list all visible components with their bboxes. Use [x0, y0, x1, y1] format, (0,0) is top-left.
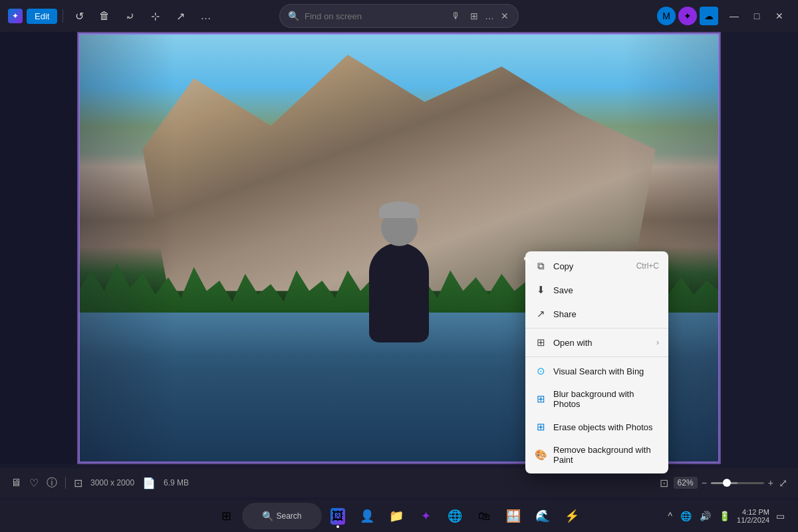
more-button[interactable]: …	[195, 5, 216, 27]
clock-date: 11/2/2024	[737, 516, 769, 524]
paint-icon: 🎨	[535, 449, 547, 461]
open-with-label: Open with	[553, 338, 650, 348]
edit-button[interactable]: Edit	[27, 9, 57, 24]
zoom-in-icon[interactable]: +	[768, 477, 773, 488]
copilot-title-icon[interactable]: ✦	[678, 7, 697, 25]
main-area: ↖ ⧉ Copy Ctrl+C ⬇ Save ↗ Share ⊞ Open wi…	[0, 32, 798, 503]
window-controls: — □ ✕	[724, 5, 790, 27]
delete-button[interactable]: 🗑	[94, 5, 115, 27]
edge-taskbar-button[interactable]: 🌊	[529, 503, 556, 529]
dev-taskbar-button[interactable]: ⚡	[559, 503, 585, 529]
toolbar-separator	[63, 9, 63, 23]
search-icon: 🔍	[288, 11, 299, 21]
copilot-taskbar-button[interactable]: ✦	[412, 503, 439, 529]
screen-icon[interactable]: ⊡	[660, 477, 668, 489]
status-separator-1	[65, 477, 66, 489]
status-bar-right: ⊡ 62% − + ⤢	[660, 477, 787, 489]
zoom-control: 62% − +	[674, 477, 773, 489]
save-label: Save	[553, 285, 659, 295]
context-menu-remove-bg[interactable]: 🎨 Remove background with Paint	[525, 439, 668, 471]
search-bar-container: 🔍 🎙 ⊞ … ✕	[279, 4, 519, 28]
mic-icon[interactable]: 🎙	[452, 11, 461, 21]
zoom-out-icon[interactable]: −	[702, 477, 707, 488]
system-clock[interactable]: 4:12 PM 11/2/2024	[737, 508, 769, 524]
search-input[interactable]	[305, 11, 446, 21]
files-taskbar-button[interactable]: 📁	[383, 503, 410, 529]
onedrive-icon[interactable]: ☁	[700, 7, 718, 25]
crop-button[interactable]: ⊹	[144, 5, 166, 27]
network-icon[interactable]: 🌐	[678, 508, 694, 524]
context-menu-save[interactable]: ⬇ Save	[525, 278, 668, 302]
user-taskbar-button[interactable]: 👤	[354, 503, 380, 529]
share-label: Share	[553, 309, 659, 319]
open-with-icon: ⊞	[535, 336, 547, 348]
dots-icon[interactable]: …	[483, 9, 495, 23]
photos-blur-icon: ⊞	[535, 393, 547, 405]
context-menu-separator-1	[525, 328, 668, 329]
photos-erase-icon: ⊞	[535, 421, 547, 433]
context-menu-separator-2	[525, 356, 668, 357]
share-button-toolbar[interactable]: ↗	[170, 5, 191, 27]
context-menu-copy[interactable]: ⧉ Copy Ctrl+C	[525, 254, 668, 278]
photos-taskbar-button[interactable]: 🖼	[325, 503, 351, 529]
context-menu-visual-search[interactable]: ⊙ Visual Search with Bing	[525, 359, 668, 383]
microsoft-icon[interactable]: M	[657, 7, 676, 25]
title-bar: ✦ Edit ↺ 🗑 ⤾ ⊹ ↗ … 🔍 🎙 ⊞ … ✕ M ✦ ☁ — □ ✕	[0, 0, 798, 32]
show-desktop-icon[interactable]: ▭	[773, 508, 787, 524]
taskbar-center: ⊞ 🔍 Search 🖼 👤 📁 ✦ 🌐 🛍	[213, 503, 585, 529]
chevron-up-icon[interactable]: ^	[665, 508, 675, 524]
open-with-arrow: ›	[656, 338, 659, 347]
bing-icon: ⊙	[535, 365, 547, 377]
sys-tray-icons: ^ 🌐 🔊 🔋	[665, 508, 733, 524]
context-menu: ⧉ Copy Ctrl+C ⬇ Save ↗ Share ⊞ Open with…	[525, 251, 668, 473]
start-button[interactable]: ⊞	[213, 503, 239, 529]
fit-icon[interactable]: ⤢	[779, 477, 787, 489]
image-dimensions: 3000 x 2000	[90, 478, 134, 487]
sidebar-panel	[0, 32, 77, 464]
windows-taskbar-button[interactable]: 🪟	[500, 503, 527, 529]
visual-search-label: Visual Search with Bing	[553, 366, 659, 376]
maximize-button[interactable]: □	[746, 5, 767, 27]
context-menu-erase-objects[interactable]: ⊞ Erase objects with Photos	[525, 415, 668, 439]
search-bar-right: ⊞ … ✕	[469, 9, 510, 23]
title-bar-right-icons: M ✦ ☁	[657, 7, 718, 25]
image-size-icon: ⊡	[74, 477, 82, 489]
taskbar: ⊞ 🔍 Search 🖼 👤 📁 ✦ 🌐 🛍	[0, 500, 798, 532]
grid-icon[interactable]: ⊞	[469, 9, 479, 23]
browser-taskbar-button[interactable]: 🌐	[442, 503, 468, 529]
heart-icon[interactable]: ♡	[29, 477, 39, 489]
refresh-button[interactable]: ↺	[68, 5, 90, 27]
close-button[interactable]: ✕	[769, 5, 790, 27]
file-size: 6.9 MB	[164, 478, 189, 487]
rotate-button[interactable]: ⤾	[119, 5, 140, 27]
clock-time: 4:12 PM	[737, 508, 769, 516]
zoom-slider[interactable]	[711, 482, 764, 484]
search-taskbar-button[interactable]: 🔍 Search	[242, 503, 322, 529]
context-menu-blur-bg[interactable]: ⊞ Blur background with Photos	[525, 383, 668, 415]
erase-objects-label: Erase objects with Photos	[553, 422, 659, 432]
person-figure	[369, 209, 429, 342]
context-menu-open-with[interactable]: ⊞ Open with ›	[525, 331, 668, 354]
copy-label: Copy	[553, 261, 630, 271]
save-icon: ⬇	[535, 284, 547, 296]
monitor-icon[interactable]: 🖥	[11, 477, 21, 489]
info-icon[interactable]: ⓘ	[47, 476, 57, 490]
battery-icon[interactable]: 🔋	[716, 508, 733, 524]
zoom-level[interactable]: 62%	[674, 477, 698, 489]
app-icon: ✦	[8, 9, 23, 23]
blur-bg-label: Blur background with Photos	[553, 389, 659, 409]
copy-icon: ⧉	[535, 260, 547, 272]
remove-bg-label: Remove background with Paint	[553, 445, 659, 465]
close-search-icon[interactable]: ✕	[499, 9, 510, 23]
status-bar: 🖥 ♡ ⓘ ⊡ 3000 x 2000 📄 6.9 MB ⊡ 62% − + ⤢	[0, 468, 798, 497]
minimize-button[interactable]: —	[724, 5, 745, 27]
search-bar[interactable]: 🔍 🎙 ⊞ … ✕	[279, 4, 519, 28]
context-menu-share[interactable]: ↗ Share	[525, 302, 668, 326]
sound-icon[interactable]: 🔊	[697, 508, 714, 524]
file-icon: 📄	[142, 477, 156, 489]
share-cm-icon: ↗	[535, 308, 547, 320]
system-tray: ^ 🌐 🔊 🔋 4:12 PM 11/2/2024 ▭	[665, 508, 787, 524]
copy-shortcut: Ctrl+C	[636, 261, 659, 271]
store-taskbar-button[interactable]: 🛍	[471, 503, 497, 529]
